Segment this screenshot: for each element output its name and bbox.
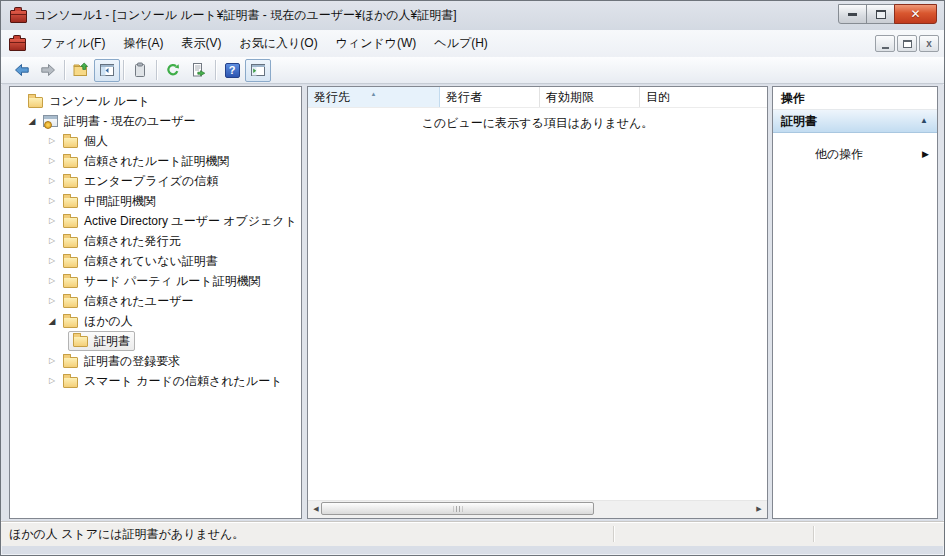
tree-item-console-root[interactable]: コンソール ルート — [10, 91, 301, 111]
expander-collapsed-icon[interactable]: ▷ — [46, 151, 58, 171]
properties-button[interactable] — [127, 59, 153, 82]
column-issued-to[interactable]: ▲ 発行先 — [308, 87, 440, 107]
menu-action[interactable]: 操作(A) — [114, 35, 172, 52]
toolbar-separator — [156, 60, 157, 80]
folder-icon — [63, 197, 78, 208]
tree-item-trusted-publishers[interactable]: ▷ 信頼された発行元 — [10, 231, 301, 251]
restore-icon — [876, 10, 886, 19]
folder-icon — [63, 137, 78, 148]
expander-collapsed-icon[interactable]: ▷ — [46, 171, 58, 191]
expander-collapsed-icon[interactable]: ▷ — [46, 351, 58, 371]
more-actions-label: 他の操作 — [815, 147, 863, 161]
close-button[interactable]: ✕ — [894, 4, 937, 24]
actions-section-label: 証明書 — [781, 114, 817, 128]
expander-collapsed-icon[interactable]: ▷ — [46, 271, 58, 291]
tree-item-ad-user-object[interactable]: ▷ Active Directory ユーザー オブジェクト — [10, 211, 301, 231]
folder-icon — [63, 157, 78, 168]
tree-item-label: 個人 — [84, 133, 108, 150]
folder-up-icon — [73, 62, 89, 78]
refresh-button[interactable] — [160, 59, 186, 82]
folder-icon — [63, 177, 78, 188]
expander-collapsed-icon[interactable]: ▷ — [46, 251, 58, 271]
expander-collapsed-icon[interactable]: ▷ — [46, 191, 58, 211]
expander-collapsed-icon[interactable]: ▷ — [46, 291, 58, 311]
expander-collapsed-icon[interactable]: ▷ — [46, 371, 58, 391]
restore-icon — [903, 40, 912, 48]
forward-arrow-icon — [40, 62, 56, 78]
tree-item-trusted-people[interactable]: ▷ 信頼されたユーザー — [10, 291, 301, 311]
forward-button[interactable] — [35, 59, 61, 82]
scroll-right-button[interactable]: ▶ — [751, 501, 767, 517]
window-title: コンソール1 - [コンソール ルート¥証明書 - 現在のユーザー¥ほかの人¥証… — [34, 1, 457, 30]
folder-icon — [28, 97, 43, 108]
mmc-window: コンソール1 - [コンソール ルート¥証明書 - 現在のユーザー¥ほかの人¥証… — [0, 0, 945, 556]
menu-window[interactable]: ウィンドウ(W) — [327, 35, 426, 52]
show-console-tree-button[interactable] — [94, 59, 120, 82]
folder-icon — [63, 377, 78, 388]
status-bar: ほかの人 ストアには証明書がありません。 — [1, 521, 944, 546]
tree-item-untrusted-certificates[interactable]: ▷ 信頼されていない証明書 — [10, 251, 301, 271]
show-action-pane-button[interactable] — [245, 59, 271, 82]
menu-help[interactable]: ヘルプ(H) — [425, 35, 497, 52]
expander-expanded-icon[interactable]: ◢ — [26, 111, 38, 131]
certificate-list-pane: ▲ 発行先 発行者 有効期限 目的 このビューに表示する項目はありません。 ◀ … — [307, 86, 768, 519]
expander-expanded-icon[interactable]: ◢ — [46, 311, 58, 331]
toolbar-separator — [215, 60, 216, 80]
console-tree-pane: コンソール ルート ◢ 証明書 - 現在のユーザー ▷ 個人 ▷ 信頼されたルー… — [9, 86, 302, 519]
tree-item-trusted-root-ca[interactable]: ▷ 信頼されたルート証明機関 — [10, 151, 301, 171]
tree-item-personal[interactable]: ▷ 個人 — [10, 131, 301, 151]
back-arrow-icon — [14, 62, 30, 78]
refresh-icon — [165, 62, 181, 78]
mmc-toolbox-icon — [10, 10, 27, 23]
up-one-level-button[interactable] — [68, 59, 94, 82]
collapse-section-icon[interactable]: ▲ — [920, 110, 928, 132]
column-expiration[interactable]: 有効期限 — [540, 87, 640, 107]
content-area: コンソール ルート ◢ 証明書 - 現在のユーザー ▷ 個人 ▷ 信頼されたルー… — [1, 85, 944, 520]
mdi-restore-button[interactable] — [897, 35, 917, 52]
horizontal-scrollbar[interactable]: ◀ ▶ — [308, 500, 767, 518]
column-label: 目的 — [646, 90, 670, 104]
tree-item-certificate-enrollment-requests[interactable]: ▷ 証明書の登録要求 — [10, 351, 301, 371]
tree-item-certificates-current-user[interactable]: ◢ 証明書 - 現在のユーザー — [10, 111, 301, 131]
statusbar-divider — [813, 526, 814, 542]
menu-bar: ファイル(F) 操作(A) 表示(V) お気に入り(O) ウィンドウ(W) ヘル… — [1, 30, 944, 58]
tree-item-smart-card-trusted-roots[interactable]: ▷ スマート カードの信頼されたルート — [10, 371, 301, 391]
menu-view[interactable]: 表示(V) — [172, 35, 230, 52]
selected-item-highlight: 証明書 — [68, 331, 135, 351]
expander-collapsed-icon[interactable]: ▷ — [46, 231, 58, 251]
export-list-icon — [191, 62, 207, 78]
folder-icon — [73, 336, 88, 347]
tree-item-third-party-root-ca[interactable]: ▷ サード パーティ ルート証明機関 — [10, 271, 301, 291]
toolbar-separator — [123, 60, 124, 80]
mdi-child-icon — [9, 38, 26, 51]
toolbar: ? — [1, 57, 944, 84]
help-button[interactable]: ? — [219, 59, 245, 82]
menu-favorites[interactable]: お気に入り(O) — [230, 35, 326, 52]
list-header: ▲ 発行先 発行者 有効期限 目的 — [308, 87, 767, 108]
close-icon: x — [926, 39, 932, 49]
restore-button[interactable] — [866, 4, 895, 24]
tree-item-label: Active Directory ユーザー オブジェクト — [84, 213, 297, 230]
expander-collapsed-icon[interactable]: ▷ — [46, 131, 58, 151]
actions-section-certificates[interactable]: 証明書 ▲ — [773, 110, 937, 133]
folder-icon — [63, 317, 78, 328]
folder-icon — [63, 357, 78, 368]
column-issued-by[interactable]: 発行者 — [440, 87, 540, 107]
column-purpose[interactable]: 目的 — [640, 87, 767, 107]
help-icon: ? — [225, 63, 240, 78]
minimize-button[interactable] — [838, 4, 867, 24]
scrollbar-thumb[interactable] — [321, 502, 594, 515]
minimize-icon — [882, 47, 889, 49]
menu-file[interactable]: ファイル(F) — [32, 35, 114, 52]
tree-item-label: 証明書 — [94, 333, 130, 350]
tree-item-other-people[interactable]: ◢ ほかの人 — [10, 311, 301, 331]
more-actions-item[interactable]: 他の操作 ▶ — [773, 145, 937, 163]
mdi-minimize-button[interactable] — [875, 35, 895, 52]
expander-collapsed-icon[interactable]: ▷ — [46, 211, 58, 231]
back-button[interactable] — [9, 59, 35, 82]
export-list-button[interactable] — [186, 59, 212, 82]
tree-item-enterprise-trust[interactable]: ▷ エンタープライズの信頼 — [10, 171, 301, 191]
mdi-close-button[interactable]: x — [919, 35, 939, 52]
tree-item-intermediate-ca[interactable]: ▷ 中間証明機関 — [10, 191, 301, 211]
tree-item-certificates-selected[interactable]: 証明書 — [10, 331, 301, 351]
